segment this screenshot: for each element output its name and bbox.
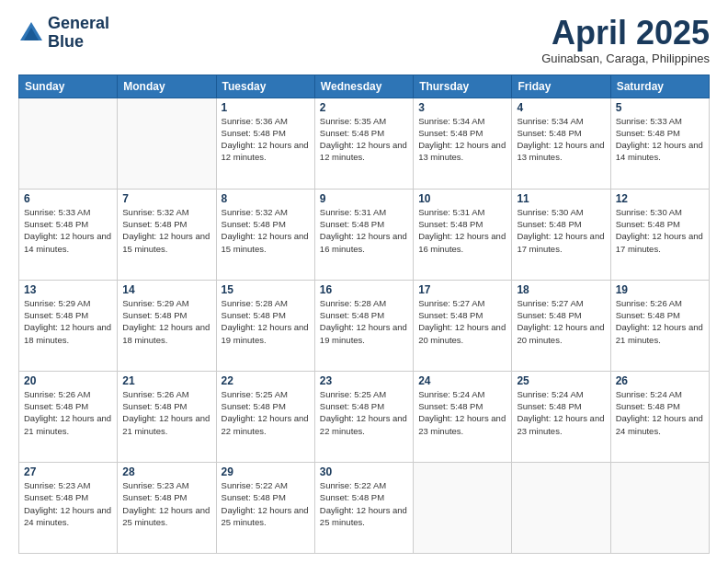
calendar-cell: 10Sunrise: 5:31 AMSunset: 5:48 PMDayligh… (414, 189, 512, 280)
day-info: Sunrise: 5:22 AMSunset: 5:48 PMDaylight:… (320, 479, 408, 528)
calendar-header: SundayMondayTuesdayWednesdayThursdayFrid… (19, 75, 710, 98)
day-info: Sunrise: 5:25 AMSunset: 5:48 PMDaylight:… (222, 388, 310, 437)
calendar: SundayMondayTuesdayWednesdayThursdayFrid… (18, 75, 710, 554)
weekday-header-thursday: Thursday (414, 75, 512, 98)
day-number: 26 (616, 374, 704, 387)
calendar-cell (610, 462, 709, 553)
page: General Blue April 2025 Guinabsan, Carag… (0, 0, 728, 563)
calendar-cell (512, 462, 610, 553)
calendar-cell: 28Sunrise: 5:23 AMSunset: 5:48 PMDayligh… (118, 462, 216, 553)
calendar-cell: 25Sunrise: 5:24 AMSunset: 5:48 PMDayligh… (512, 371, 610, 462)
calendar-cell: 3Sunrise: 5:34 AMSunset: 5:48 PMDaylight… (414, 98, 512, 189)
day-info: Sunrise: 5:24 AMSunset: 5:48 PMDaylight:… (616, 388, 704, 437)
calendar-cell: 24Sunrise: 5:24 AMSunset: 5:48 PMDayligh… (414, 371, 512, 462)
day-number: 9 (320, 192, 408, 205)
day-number: 17 (418, 283, 506, 296)
calendar-cell: 19Sunrise: 5:26 AMSunset: 5:48 PMDayligh… (610, 280, 709, 371)
day-info: Sunrise: 5:26 AMSunset: 5:48 PMDaylight:… (24, 388, 112, 437)
calendar-cell: 23Sunrise: 5:25 AMSunset: 5:48 PMDayligh… (314, 371, 413, 462)
day-info: Sunrise: 5:26 AMSunset: 5:48 PMDaylight:… (616, 297, 704, 346)
calendar-cell: 11Sunrise: 5:30 AMSunset: 5:48 PMDayligh… (512, 189, 610, 280)
day-number: 4 (517, 101, 605, 114)
location-subtitle: Guinabsan, Caraga, Philippines (541, 52, 710, 65)
day-info: Sunrise: 5:24 AMSunset: 5:48 PMDaylight:… (418, 388, 506, 437)
day-number: 18 (517, 283, 605, 296)
day-number: 28 (122, 465, 210, 478)
weekday-header-tuesday: Tuesday (216, 75, 314, 98)
day-number: 8 (222, 192, 310, 205)
day-number: 16 (320, 283, 408, 296)
calendar-cell (19, 98, 118, 189)
day-number: 15 (222, 283, 310, 296)
day-number: 22 (222, 374, 310, 387)
day-info: Sunrise: 5:28 AMSunset: 5:48 PMDaylight:… (320, 297, 408, 346)
day-info: Sunrise: 5:31 AMSunset: 5:48 PMDaylight:… (320, 206, 408, 255)
calendar-cell: 6Sunrise: 5:33 AMSunset: 5:48 PMDaylight… (19, 189, 118, 280)
day-number: 20 (24, 374, 112, 387)
day-number: 1 (222, 101, 310, 114)
day-number: 29 (222, 465, 310, 478)
calendar-cell: 5Sunrise: 5:33 AMSunset: 5:48 PMDaylight… (610, 98, 709, 189)
day-number: 30 (320, 465, 408, 478)
day-number: 19 (616, 283, 704, 296)
weekday-header-sunday: Sunday (19, 75, 118, 98)
day-info: Sunrise: 5:23 AMSunset: 5:48 PMDaylight:… (122, 479, 210, 528)
day-number: 3 (418, 101, 506, 114)
day-info: Sunrise: 5:30 AMSunset: 5:48 PMDaylight:… (616, 206, 704, 255)
day-info: Sunrise: 5:33 AMSunset: 5:48 PMDaylight:… (616, 115, 704, 164)
day-number: 10 (418, 192, 506, 205)
calendar-week-1: 1Sunrise: 5:36 AMSunset: 5:48 PMDaylight… (19, 98, 710, 189)
weekday-row: SundayMondayTuesdayWednesdayThursdayFrid… (19, 75, 710, 98)
day-info: Sunrise: 5:29 AMSunset: 5:48 PMDaylight:… (24, 297, 112, 346)
day-info: Sunrise: 5:24 AMSunset: 5:48 PMDaylight:… (517, 388, 605, 437)
calendar-cell: 27Sunrise: 5:23 AMSunset: 5:48 PMDayligh… (19, 462, 118, 553)
calendar-cell: 15Sunrise: 5:28 AMSunset: 5:48 PMDayligh… (216, 280, 314, 371)
day-number: 27 (24, 465, 112, 478)
calendar-body: 1Sunrise: 5:36 AMSunset: 5:48 PMDaylight… (19, 98, 710, 553)
weekday-header-monday: Monday (118, 75, 216, 98)
calendar-cell: 20Sunrise: 5:26 AMSunset: 5:48 PMDayligh… (19, 371, 118, 462)
calendar-cell: 4Sunrise: 5:34 AMSunset: 5:48 PMDaylight… (512, 98, 610, 189)
calendar-cell (118, 98, 216, 189)
day-info: Sunrise: 5:35 AMSunset: 5:48 PMDaylight:… (320, 115, 408, 164)
calendar-cell: 16Sunrise: 5:28 AMSunset: 5:48 PMDayligh… (314, 280, 413, 371)
day-info: Sunrise: 5:30 AMSunset: 5:48 PMDaylight:… (517, 206, 605, 255)
month-title: April 2025 (541, 15, 710, 52)
day-number: 6 (24, 192, 112, 205)
calendar-cell: 1Sunrise: 5:36 AMSunset: 5:48 PMDaylight… (216, 98, 314, 189)
calendar-cell: 22Sunrise: 5:25 AMSunset: 5:48 PMDayligh… (216, 371, 314, 462)
day-number: 11 (517, 192, 605, 205)
day-info: Sunrise: 5:32 AMSunset: 5:48 PMDaylight:… (222, 206, 310, 255)
day-info: Sunrise: 5:27 AMSunset: 5:48 PMDaylight:… (517, 297, 605, 346)
calendar-week-3: 13Sunrise: 5:29 AMSunset: 5:48 PMDayligh… (19, 280, 710, 371)
calendar-cell: 9Sunrise: 5:31 AMSunset: 5:48 PMDaylight… (314, 189, 413, 280)
day-info: Sunrise: 5:26 AMSunset: 5:48 PMDaylight:… (122, 388, 210, 437)
calendar-cell: 13Sunrise: 5:29 AMSunset: 5:48 PMDayligh… (19, 280, 118, 371)
calendar-week-4: 20Sunrise: 5:26 AMSunset: 5:48 PMDayligh… (19, 371, 710, 462)
logo-text: General Blue (48, 15, 109, 52)
day-info: Sunrise: 5:34 AMSunset: 5:48 PMDaylight:… (418, 115, 506, 164)
calendar-cell: 26Sunrise: 5:24 AMSunset: 5:48 PMDayligh… (610, 371, 709, 462)
logo-icon (18, 20, 44, 46)
day-info: Sunrise: 5:28 AMSunset: 5:48 PMDaylight:… (222, 297, 310, 346)
weekday-header-saturday: Saturday (610, 75, 709, 98)
weekday-header-wednesday: Wednesday (314, 75, 413, 98)
day-number: 2 (320, 101, 408, 114)
calendar-week-2: 6Sunrise: 5:33 AMSunset: 5:48 PMDaylight… (19, 189, 710, 280)
day-info: Sunrise: 5:36 AMSunset: 5:48 PMDaylight:… (222, 115, 310, 164)
header: General Blue April 2025 Guinabsan, Carag… (18, 15, 710, 65)
calendar-cell: 7Sunrise: 5:32 AMSunset: 5:48 PMDaylight… (118, 189, 216, 280)
calendar-cell: 2Sunrise: 5:35 AMSunset: 5:48 PMDaylight… (314, 98, 413, 189)
calendar-cell: 8Sunrise: 5:32 AMSunset: 5:48 PMDaylight… (216, 189, 314, 280)
day-number: 24 (418, 374, 506, 387)
day-info: Sunrise: 5:34 AMSunset: 5:48 PMDaylight:… (517, 115, 605, 164)
day-info: Sunrise: 5:27 AMSunset: 5:48 PMDaylight:… (418, 297, 506, 346)
calendar-cell: 17Sunrise: 5:27 AMSunset: 5:48 PMDayligh… (414, 280, 512, 371)
calendar-week-5: 27Sunrise: 5:23 AMSunset: 5:48 PMDayligh… (19, 462, 710, 553)
day-number: 13 (24, 283, 112, 296)
day-number: 14 (122, 283, 210, 296)
calendar-cell: 21Sunrise: 5:26 AMSunset: 5:48 PMDayligh… (118, 371, 216, 462)
calendar-cell: 30Sunrise: 5:22 AMSunset: 5:48 PMDayligh… (314, 462, 413, 553)
day-info: Sunrise: 5:29 AMSunset: 5:48 PMDaylight:… (122, 297, 210, 346)
calendar-cell (414, 462, 512, 553)
